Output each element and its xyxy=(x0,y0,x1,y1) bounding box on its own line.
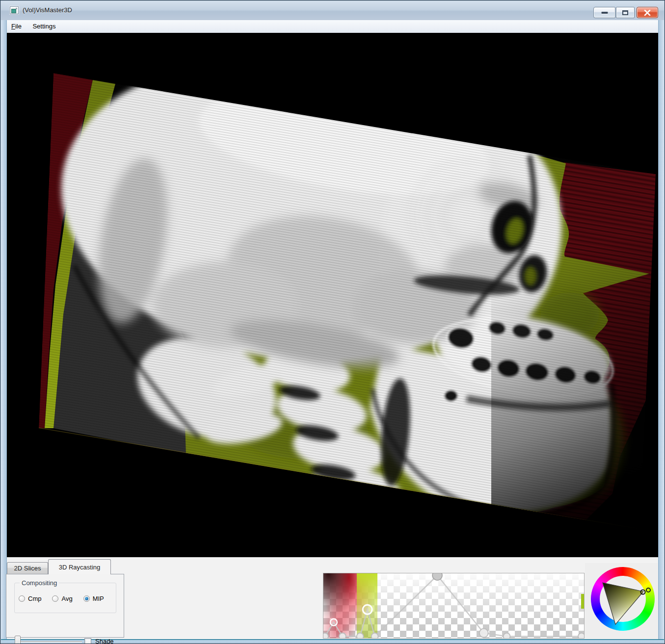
window-controls xyxy=(593,7,658,18)
close-button[interactable] xyxy=(637,7,658,18)
tf-control-overlay[interactable] xyxy=(323,573,584,639)
radio-cmp-label: Cmp xyxy=(28,595,41,602)
render-viewport[interactable] xyxy=(7,33,659,557)
tf-top-control-point[interactable] xyxy=(432,573,442,580)
hue-ring-marker[interactable] xyxy=(646,588,650,592)
compositing-groupbox: Compositing Cmp Avg MIP xyxy=(14,583,116,613)
minimize-icon xyxy=(601,12,608,14)
tf-baseline-points[interactable] xyxy=(323,629,584,639)
tab-3d-raycasting-label: 3D Raycasting xyxy=(59,564,101,571)
menu-settings[interactable]: Settings xyxy=(28,20,60,30)
raycasting-tab-page: Compositing Cmp Avg MIP xyxy=(6,574,124,638)
maximize-icon xyxy=(622,10,628,15)
sampling-slider-handle[interactable] xyxy=(15,636,21,644)
window-border-left xyxy=(1,20,7,643)
shade-checkbox[interactable] xyxy=(84,638,91,644)
tab-3d-raycasting[interactable]: 3D Raycasting xyxy=(48,559,111,574)
minimize-button[interactable] xyxy=(593,7,615,18)
compositing-group-label: Compositing xyxy=(20,579,59,587)
sampling-slider-track[interactable] xyxy=(17,641,82,642)
radio-avg-label: Avg xyxy=(61,595,72,602)
radio-mip-circle[interactable] xyxy=(83,595,90,602)
maximize-button[interactable] xyxy=(616,7,635,18)
corner-fade xyxy=(491,162,659,557)
radio-avg-circle[interactable] xyxy=(52,595,58,602)
menu-file[interactable]: File xyxy=(7,20,26,30)
tf-red-peak-point[interactable] xyxy=(330,619,337,626)
control-panel: 2D Slices 3D Raycasting Compositing Cmp … xyxy=(4,557,662,641)
radio-cmp-circle[interactable] xyxy=(19,595,25,602)
app-window: (Vol)VisMaster3D File Settings xyxy=(0,0,665,644)
titlebar[interactable]: (Vol)VisMaster3D xyxy=(1,1,664,20)
radio-avg[interactable]: Avg xyxy=(52,595,72,602)
compositing-options: Cmp Avg MIP xyxy=(19,595,104,602)
window-title: (Vol)VisMaster3D xyxy=(23,6,72,14)
radio-mip-label: MIP xyxy=(93,595,104,602)
tab-2d-slices-label: 2D Slices xyxy=(14,565,41,572)
app-icon xyxy=(10,6,19,14)
tf-function-lines xyxy=(323,575,584,637)
menubar: File Settings xyxy=(7,20,659,33)
shade-checkbox-label[interactable]: Shade xyxy=(95,638,114,644)
radio-cmp[interactable]: Cmp xyxy=(19,595,41,602)
tf-green-peak-point[interactable] xyxy=(363,605,372,614)
window-border-right xyxy=(658,20,664,643)
transfer-function-editor[interactable] xyxy=(323,573,585,639)
tab-2d-slices[interactable]: 2D Slices xyxy=(7,562,48,574)
volume-render[interactable] xyxy=(7,33,659,557)
radio-mip[interactable]: MIP xyxy=(83,595,104,602)
close-icon xyxy=(644,10,651,16)
saturation-value-triangle[interactable] xyxy=(591,567,655,631)
